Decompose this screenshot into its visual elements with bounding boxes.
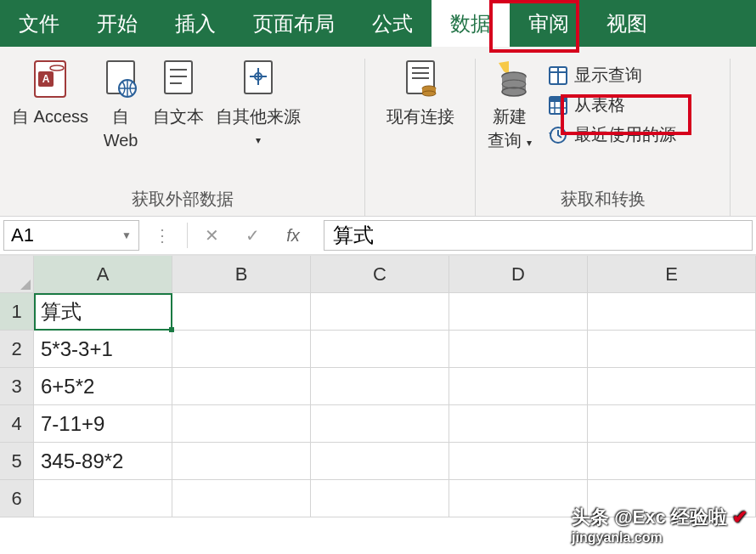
dropdown-icon: ▾ (527, 137, 532, 149)
group-get-transform-label: 获取和转换 (488, 188, 718, 211)
cancel-button[interactable]: ✕ (195, 220, 228, 251)
dropdown-icon: ▾ (216, 128, 301, 152)
highlight-box-data-tab (489, 0, 579, 53)
col-head-C[interactable]: C (311, 256, 449, 293)
row-head-4[interactable]: 4 (0, 405, 34, 443)
cell-D2[interactable] (449, 331, 588, 368)
cell-B4[interactable] (172, 405, 311, 443)
tab-view[interactable]: 视图 (588, 0, 666, 47)
from-access-label: 自 Access (12, 105, 88, 128)
fx-button[interactable]: fx (276, 220, 310, 251)
from-web-button[interactable]: 自Web (100, 59, 141, 152)
formula-input[interactable]: 算式 (324, 220, 753, 251)
cell-C2[interactable] (311, 331, 449, 368)
cell-B2[interactable] (172, 331, 311, 368)
show-queries-button[interactable]: 显示查询 (544, 62, 680, 88)
cell-E3[interactable] (588, 368, 756, 405)
cell-A3[interactable]: 6+5*2 (34, 368, 172, 405)
tab-home[interactable]: 开始 (78, 0, 156, 47)
group-get-transform: 新建查询 ▾ 显示查询 从表格 最近使用的源 获取和转换 (476, 59, 731, 216)
group-external-data: A 自 Access 自Web 自文本 自其他来源▾ (0, 59, 365, 216)
other-source-icon (238, 59, 279, 99)
from-text-label: 自文本 (153, 105, 204, 128)
spreadsheet-grid: A B C D E 1 算式 2 5*3-3+1 3 6+5*2 4 7-11+… (0, 256, 756, 517)
expand-namebox-button[interactable]: ⋮ (146, 220, 180, 251)
cell-B1[interactable] (172, 293, 311, 331)
row-head-2[interactable]: 2 (0, 331, 34, 368)
existing-connections-label: 现有连接 (386, 105, 454, 128)
cell-B5[interactable] (172, 443, 311, 480)
cell-A2[interactable]: 5*3-3+1 (34, 331, 172, 368)
from-other-label: 自其他来源 (216, 107, 301, 126)
cell-C3[interactable] (311, 368, 449, 405)
cell-E5[interactable] (588, 443, 756, 480)
from-access-button[interactable]: A 自 Access (12, 59, 88, 128)
tab-pagelayout[interactable]: 页面布局 (234, 0, 353, 47)
text-file-icon (158, 59, 199, 99)
enter-button[interactable]: ✓ (235, 220, 269, 251)
show-queries-label: 显示查询 (574, 64, 642, 87)
cell-E2[interactable] (588, 331, 756, 368)
new-query-button[interactable]: 新建查询 ▾ (488, 59, 532, 155)
tab-file[interactable]: 文件 (0, 0, 78, 47)
cell-B3[interactable] (172, 368, 311, 405)
row-head-5[interactable]: 5 (0, 443, 34, 480)
cell-A1[interactable]: 算式 (34, 293, 172, 331)
watermark-line2: jingyanla.com (572, 530, 748, 546)
name-box[interactable]: A1 ▼ (3, 220, 139, 251)
cell-C6[interactable] (311, 480, 449, 517)
row-head-3[interactable]: 3 (0, 368, 34, 405)
select-all-corner[interactable] (0, 256, 34, 293)
separator (187, 223, 188, 248)
col-head-A[interactable]: A (34, 256, 172, 293)
tab-formulas[interactable]: 公式 (353, 0, 432, 47)
cell-D6[interactable] (449, 480, 588, 517)
existing-connections-button[interactable]: 现有连接 (386, 59, 454, 128)
group-external-data-label: 获取外部数据 (12, 188, 353, 211)
cell-A4[interactable]: 7-11+9 (34, 405, 172, 443)
cell-A6[interactable] (34, 480, 172, 517)
col-head-B[interactable]: B (172, 256, 311, 293)
show-queries-icon (547, 65, 569, 87)
dropdown-icon[interactable]: ▼ (121, 229, 132, 241)
cell-D3[interactable] (449, 368, 588, 405)
from-web-label-2: Web (104, 131, 138, 150)
cell-C5[interactable] (311, 443, 449, 480)
cell-E1[interactable] (588, 293, 756, 331)
new-query-label-1: 新建 (493, 107, 527, 126)
name-box-value: A1 (11, 224, 34, 246)
access-icon: A (30, 59, 71, 99)
from-text-button[interactable]: 自文本 (153, 59, 204, 128)
formula-bar: A1 ▼ ⋮ ✕ ✓ fx 算式 (0, 217, 756, 256)
cell-E4[interactable] (588, 405, 756, 443)
cell-D5[interactable] (449, 443, 588, 480)
web-icon (100, 59, 141, 99)
cell-D1[interactable] (449, 293, 588, 331)
cell-D4[interactable] (449, 405, 588, 443)
col-head-D[interactable]: D (449, 256, 588, 293)
ribbon-tabs: 文件 开始 插入 页面布局 公式 数据 审阅 视图 (0, 0, 756, 47)
formula-value: 算式 (333, 222, 374, 249)
cell-C4[interactable] (311, 405, 449, 443)
svg-point-20 (422, 91, 436, 96)
from-web-label-1: 自 (112, 107, 129, 126)
tab-insert[interactable]: 插入 (156, 0, 234, 47)
watermark-line1: 头条 @Exc 经验啦 (572, 506, 727, 528)
check-icon: ✔ (732, 506, 748, 528)
row-head-1[interactable]: 1 (0, 293, 34, 331)
new-query-label-2: 查询 (488, 131, 522, 150)
cell-A5[interactable]: 345-89*2 (34, 443, 172, 480)
from-other-button[interactable]: 自其他来源▾ (216, 59, 301, 152)
new-query-icon (489, 59, 530, 99)
cell-C1[interactable] (311, 293, 449, 331)
connections-icon (400, 59, 441, 99)
watermark: 头条 @Exc 经验啦 ✔ jingyanla.com (572, 505, 748, 546)
group-connections: 现有连接 (365, 59, 476, 216)
col-head-E[interactable]: E (588, 256, 756, 293)
svg-text:A: A (42, 73, 50, 85)
cell-B6[interactable] (172, 480, 311, 517)
highlight-box-from-table (561, 94, 691, 135)
row-head-6[interactable]: 6 (0, 480, 34, 517)
